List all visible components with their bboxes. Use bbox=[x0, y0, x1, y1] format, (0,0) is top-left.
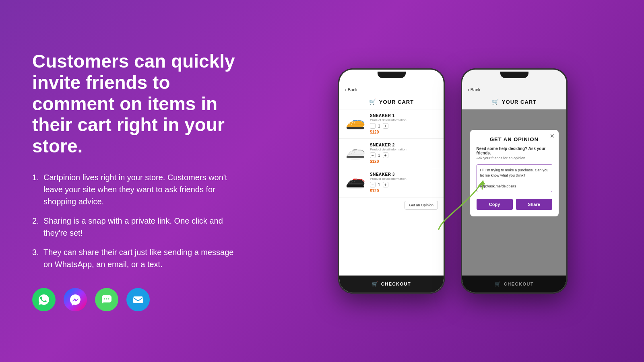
left-panel: Customers can quickly invite friends to … bbox=[0, 27, 262, 335]
modal-subtitle: Need some help deciding? Ask your friend… bbox=[477, 146, 552, 155]
feature-item-3: They can share their cart just like send… bbox=[32, 246, 237, 270]
chevron-left-icon: ‹ bbox=[345, 87, 347, 92]
sneaker-3-image bbox=[345, 174, 366, 191]
svg-point-3 bbox=[108, 298, 109, 300]
qty-minus-3[interactable]: − bbox=[370, 182, 376, 187]
modal-title: GET AN OPINION bbox=[477, 136, 552, 142]
svg-rect-10 bbox=[347, 185, 364, 187]
qty-control-3: − 1 + bbox=[370, 182, 438, 187]
qty-plus-1[interactable]: + bbox=[383, 123, 388, 129]
copy-button[interactable]: Copy bbox=[477, 199, 513, 210]
modal-close-button[interactable]: ✕ bbox=[550, 133, 555, 139]
cart-title-2: YOUR CART bbox=[502, 99, 537, 105]
qty-minus-2[interactable]: − bbox=[370, 152, 376, 158]
messenger-icon[interactable] bbox=[64, 288, 87, 311]
cart-header-1: 🛒 YOUR CART bbox=[339, 95, 444, 109]
qty-control-2: − 1 + bbox=[370, 152, 438, 158]
features-list: Cartpinion lives right in your store. Cu… bbox=[32, 171, 237, 270]
svg-rect-8 bbox=[347, 156, 364, 158]
cart-title-1: YOUR CART bbox=[379, 99, 414, 105]
qty-minus-1[interactable]: − bbox=[370, 123, 376, 129]
social-icons-row bbox=[32, 288, 237, 311]
email-icon[interactable] bbox=[126, 288, 150, 311]
cart-bottom-1: Get an Opinion bbox=[339, 197, 444, 213]
product-info-3: SNEAKER 3 Product detail information − 1… bbox=[370, 172, 438, 193]
phone-2-screen: ‹ Back 🛒 YOUR CART ✕ GET AN OPINION Ne bbox=[462, 70, 566, 292]
qty-control-1: − 1 + bbox=[370, 123, 438, 129]
sneaker-2-image bbox=[345, 145, 366, 162]
back-button-2[interactable]: ‹ Back bbox=[468, 87, 480, 92]
right-panel: ‹ Back 🛒 YOUR CART bbox=[262, 0, 644, 362]
svg-rect-4 bbox=[133, 296, 143, 303]
whatsapp-icon[interactable] bbox=[32, 288, 56, 311]
modal-body-text: Ask your friends for an opinion. bbox=[477, 156, 552, 160]
feature-item-1: Cartpinion lives right in your store. Cu… bbox=[32, 171, 237, 208]
product-item-2: SNEAKER 2 Product detail information − 1… bbox=[339, 139, 444, 168]
phone-2: ‹ Back 🛒 YOUR CART ✕ GET AN OPINION Ne bbox=[461, 68, 568, 294]
product-item-3: SNEAKER 3 Product detail information − 1… bbox=[339, 168, 444, 197]
phones-wrapper: ‹ Back 🛒 YOUR CART bbox=[338, 68, 568, 294]
share-button[interactable]: Share bbox=[516, 199, 552, 210]
product-list-1: SNEAKER 1 Product detail information − 1… bbox=[339, 109, 444, 197]
phone-2-notch bbox=[500, 72, 528, 78]
phone-1: ‹ Back 🛒 YOUR CART bbox=[338, 68, 445, 294]
checkout-bar-1[interactable]: 🛒 CHECKOUT bbox=[339, 276, 444, 292]
cart-icon-2: 🛒 bbox=[492, 99, 499, 105]
feature-item-2: Sharing is a snap with a private link. O… bbox=[32, 215, 237, 239]
svg-point-2 bbox=[106, 298, 107, 300]
modal-message-textarea[interactable]: Hi, I'm trying to make a purchase. Can y… bbox=[477, 164, 552, 192]
sneaker-1-image bbox=[345, 115, 366, 132]
svg-rect-6 bbox=[347, 127, 364, 129]
opinion-modal: ✕ GET AN OPINION Need some help deciding… bbox=[470, 130, 559, 216]
chevron-left-icon-2: ‹ bbox=[468, 87, 469, 92]
checkout-label-1: CHECKOUT bbox=[381, 282, 411, 286]
imessage-icon[interactable] bbox=[95, 288, 118, 311]
back-button-1[interactable]: ‹ Back bbox=[345, 87, 357, 92]
phone-1-screen: ‹ Back 🛒 YOUR CART bbox=[339, 70, 444, 292]
phone-1-notch bbox=[378, 72, 406, 78]
product-info-1: SNEAKER 1 Product detail information − 1… bbox=[370, 113, 438, 134]
qty-plus-2[interactable]: + bbox=[383, 152, 388, 158]
product-item-1: SNEAKER 1 Product detail information − 1… bbox=[339, 109, 444, 139]
get-opinion-button-1[interactable]: Get an Opinion bbox=[405, 201, 438, 210]
product-info-2: SNEAKER 2 Product detail information − 1… bbox=[370, 143, 438, 164]
svg-point-1 bbox=[104, 298, 105, 300]
modal-buttons: Copy Share bbox=[477, 199, 552, 210]
qty-plus-3[interactable]: + bbox=[383, 182, 388, 187]
cart-icon-1: 🛒 bbox=[369, 99, 376, 105]
cart-header-2: 🛒 YOUR CART bbox=[462, 95, 566, 109]
main-headline: Customers can quickly invite friends to … bbox=[32, 51, 237, 157]
